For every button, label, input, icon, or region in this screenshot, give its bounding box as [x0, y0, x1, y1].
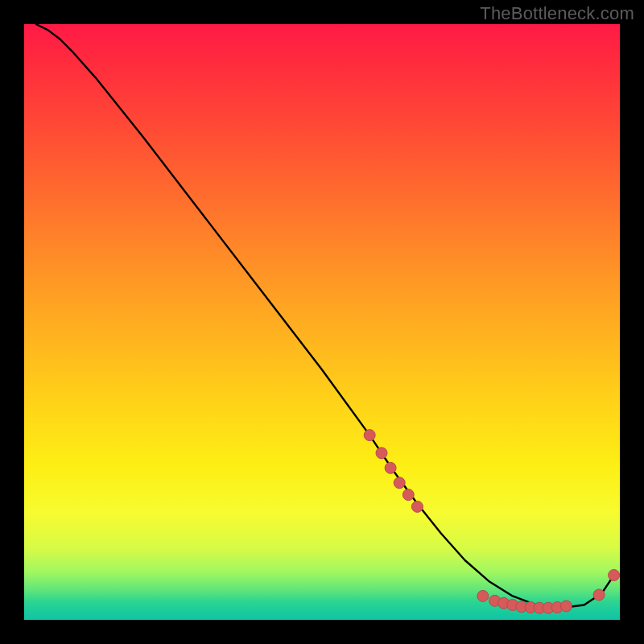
- plot-area: [24, 24, 620, 620]
- data-point: [394, 477, 405, 489]
- data-point: [551, 601, 563, 613]
- data-point: [534, 602, 545, 613]
- data-point: [507, 600, 518, 611]
- data-point: [609, 570, 620, 581]
- marker-group: [364, 430, 619, 614]
- data-point: [543, 602, 554, 613]
- chart-frame: TheBottleneck.com: [0, 0, 644, 644]
- data-point: [593, 589, 605, 601]
- data-point: [402, 489, 414, 501]
- data-point: [364, 430, 375, 441]
- data-point: [385, 462, 396, 473]
- data-point: [477, 590, 489, 601]
- bottleneck-curve-path: [36, 24, 614, 608]
- data-point: [516, 601, 527, 613]
- data-point: [560, 601, 572, 612]
- data-point: [525, 601, 536, 613]
- data-point: [489, 595, 501, 606]
- data-point: [376, 448, 387, 459]
- watermark-text: TheBottleneck.com: [480, 3, 634, 24]
- data-point: [498, 597, 510, 609]
- data-point: [411, 501, 423, 512]
- curve-svg: [24, 24, 620, 620]
